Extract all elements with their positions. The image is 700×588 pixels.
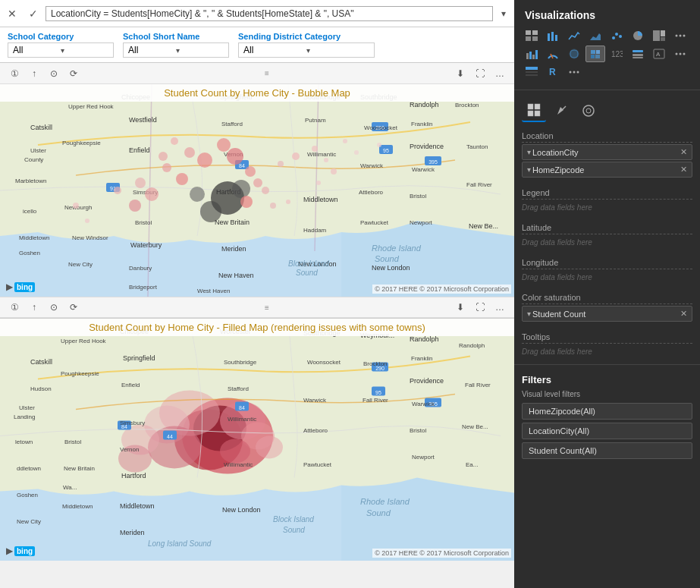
svg-point-220 [577,71,579,74]
viz-more-2-icon[interactable] [670,46,690,62]
svg-text:Fall River: Fall River [466,181,492,188]
inter-down-button[interactable]: ⊙ [46,299,62,316]
svg-point-192 [680,35,682,37]
location-city-field[interactable]: ▾ LocationCity ✕ [522,144,692,160]
svg-text:Brockton: Brockton [363,360,388,367]
fields-tab-fields[interactable] [522,99,546,122]
svg-point-219 [573,71,576,74]
toolbar-center-drag: ≡ [265,69,269,77]
student-count-remove[interactable]: ✕ [680,309,687,319]
back-button[interactable]: ① [6,65,23,82]
viz-line-chart-icon[interactable] [564,27,584,44]
filter-chip-homezipcode[interactable]: HomeZipcode(All) [522,403,692,420]
svg-text:Middletown: Middletown [303,196,338,203]
svg-text:Vernon: Vernon [120,446,139,453]
svg-point-112 [220,439,250,464]
inter-refresh-button[interactable]: ⟳ [65,299,82,316]
svg-text:Newport: Newport [410,219,433,226]
download-button[interactable]: ⬇ [452,65,469,82]
viz-slicer-icon[interactable] [628,46,648,62]
viz-more-3-icon[interactable] [564,64,584,80]
bing-logo-1: ▶ bing [6,281,35,292]
filter-chip-studentcount[interactable]: Student Count(All) [522,442,692,459]
svg-point-73 [227,148,243,165]
down-button[interactable]: ⊙ [46,65,62,82]
svg-text:ddletown: ddletown [17,465,41,472]
fields-tab-analytics[interactable] [576,99,601,122]
svg-text:Bristol: Bristol [410,193,426,200]
svg-rect-181 [551,32,554,41]
svg-text:Fall River: Fall River [465,382,491,388]
school-category-select[interactable]: All ▾ [8,42,114,58]
svg-text:Rhode Island: Rhode Island [360,497,410,506]
svg-text:123: 123 [611,50,623,58]
svg-point-81 [114,187,121,194]
viz-kpi-icon[interactable]: 123 [607,46,626,62]
viz-map-icon[interactable] [564,46,584,62]
bubble-map-container[interactable]: Student Count by Home City - Bubble Map [0,84,514,297]
home-zipcode-field[interactable]: ▾ HomeZipcode ✕ [522,162,692,178]
viz-card-icon[interactable]: A [649,46,669,62]
panel-divider-1 [514,90,700,90]
viz-filled-map-icon[interactable] [585,46,605,62]
close-button[interactable]: ✕ [3,5,21,23]
filter-chip-locationcity[interactable]: LocationCity(All) [522,423,692,439]
location-city-remove[interactable]: ✕ [680,147,687,157]
confirm-button[interactable]: ✓ [24,5,42,23]
viz-treemap-icon[interactable] [649,27,669,44]
svg-text:Wa...: Wa... [63,484,77,491]
viz-pie-chart-icon[interactable] [628,27,648,44]
svg-text:Willimantic: Willimantic [224,461,253,468]
svg-point-83 [292,153,300,160]
inter-back-button[interactable]: ① [6,299,23,316]
sending-district-select[interactable]: All ▾ [238,42,375,58]
formula-chevron[interactable]: ▾ [496,5,511,23]
svg-rect-194 [526,53,529,59]
up-button[interactable]: ↑ [26,65,42,82]
home-zipcode-remove[interactable]: ✕ [680,165,687,175]
viz-r-icon[interactable]: R [543,64,563,80]
svg-point-92 [377,143,381,147]
sending-district-value: All [243,45,306,55]
map2-copyright: © 2017 HERE © 2017 Microsoft Corporation [372,549,511,558]
viz-scatter-icon[interactable] [607,27,626,44]
svg-text:Upper Red Hook: Upper Red Hook [68,103,115,110]
filled-map-container[interactable]: Student Count by Home City - Filled Map … [0,319,514,561]
svg-text:Danbury: Danbury [129,265,152,272]
inter-more-button[interactable]: … [491,299,508,316]
svg-text:Bristol: Bristol [135,219,152,226]
inter-expand-button[interactable]: ⛶ [472,299,488,316]
svg-marker-183 [590,33,601,40]
svg-text:Bristol: Bristol [64,439,81,445]
latitude-placeholder: Drag data fields here [522,236,692,249]
refresh-button[interactable]: ⟳ [65,65,82,82]
viz-table-icon[interactable] [522,27,541,44]
svg-line-225 [562,106,566,110]
panel-divider-2 [514,364,700,365]
viz-table2-icon[interactable] [522,64,541,80]
inter-download-button[interactable]: ⬇ [452,299,469,316]
bing-logo-2: ▶ bing [6,546,35,556]
more-button[interactable]: … [491,65,508,82]
bing-search-icon: ▶ [6,281,13,292]
expand-button[interactable]: ⛶ [472,65,488,82]
formula-input[interactable] [46,6,493,21]
svg-text:Upper Red Hook: Upper Red Hook [61,338,107,344]
viz-gauge-icon[interactable] [543,46,563,62]
fields-tab-format[interactable] [549,99,573,122]
viz-bar-chart-icon[interactable] [543,27,563,44]
svg-point-71 [159,152,168,161]
viz-waterfall-icon[interactable] [522,46,541,62]
viz-more-1-icon[interactable] [670,27,690,44]
school-short-name-select[interactable]: All ▾ [123,42,229,58]
svg-rect-204 [595,55,600,58]
inter-up-button[interactable]: ↑ [26,299,42,316]
viz-area-chart-icon[interactable] [585,27,605,44]
left-panel: ✕ ✓ ▾ School Category All ▾ School Short… [0,0,514,588]
student-count-field[interactable]: ▾ Student Count ✕ [522,306,692,322]
svg-text:95: 95 [375,390,381,395]
filled-map-section: Student Count by Home City - Filled Map … [0,318,514,561]
inter-toolbar-right: ⬇ ⛶ … [452,299,508,316]
inter-toolbar-left: ① ↑ ⊙ ⟳ [6,299,82,316]
svg-point-185 [615,33,618,36]
